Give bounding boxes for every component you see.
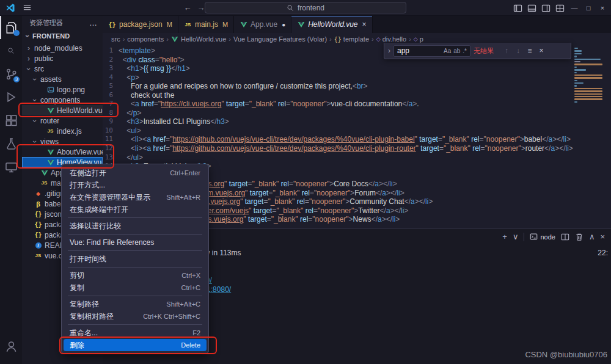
code-token: https://cli.vuejs.org	[161, 100, 221, 108]
code-line-10[interactable]: 10 <ul>	[103, 126, 611, 136]
code-line-3[interactable]: 3 <h1>{{ msg }}</h1>	[103, 64, 611, 73]
menu-item-open-timeline[interactable]: 打开时间线	[64, 253, 207, 265]
menu-item-copy[interactable]: 复制Ctrl+C	[64, 282, 207, 294]
tab-helloworld-vue[interactable]: HelloWorld.vue×	[291, 16, 372, 33]
code-line-8[interactable]: 8 </p>	[103, 109, 611, 118]
breadcrumb-src[interactable]: src	[111, 35, 120, 43]
toggle-primary-sidebar-icon[interactable]	[513, 4, 523, 13]
minimap-line	[574, 72, 577, 73]
code-token: >	[139, 153, 143, 162]
minimap[interactable]	[573, 48, 605, 103]
code-line-7[interactable]: 7 <a href="https://cli.vuejs.org" target…	[103, 100, 611, 109]
find-input[interactable]: app Aa ab .*	[393, 45, 470, 57]
tab-main-js[interactable]: JSmain.jsM	[178, 16, 234, 33]
tab-close-icon[interactable]: ×	[362, 20, 367, 29]
breadcrumb-helloworld-vue[interactable]: HelloWorld.vue	[171, 35, 226, 43]
search-icon	[287, 4, 294, 12]
vscode-window: ← → frontend — □ × 3 资源管理器 … › FRONTEND …	[0, 0, 611, 364]
terminal-dropdown-icon[interactable]: ∨	[513, 232, 519, 241]
kill-terminal-icon[interactable]	[575, 233, 584, 241]
customize-layout-icon[interactable]	[555, 4, 565, 13]
tab-package-json[interactable]: {}package.jsonM	[103, 16, 178, 33]
code-line-12[interactable]: 12 <li><a href="https://github.com/vuejs…	[103, 144, 611, 153]
tree-item-assets[interactable]: ›assets	[22, 74, 103, 84]
section-frontend[interactable]: › FRONTEND	[22, 29, 103, 43]
code-line-11[interactable]: 11 <li><a href="https://github.com/vuejs…	[103, 135, 611, 144]
menu-item-vue-find-file-references[interactable]: Vue: Find File References	[64, 236, 207, 249]
line-number: 10	[103, 126, 119, 136]
breadcrumb-components[interactable]: components	[127, 35, 164, 43]
minimap-line	[574, 67, 577, 68]
new-terminal-icon[interactable]: +	[502, 232, 507, 241]
code-line-9[interactable]: 9 <h3>Installed CLI Plugins</h3>	[103, 117, 611, 126]
tree-item-router[interactable]: ›router	[22, 115, 103, 126]
find-in-selection-icon[interactable]: ≡	[525, 46, 534, 55]
command-center-search[interactable]: frontend	[205, 2, 406, 13]
tree-item-label: HelloWorld.vue	[57, 106, 103, 115]
menu-item-copy-relative-path[interactable]: 复制相对路径Ctrl+K Ctrl+Shift+C	[64, 310, 207, 322]
menu-item-copy-path[interactable]: 复制路径Shift+Alt+C	[64, 298, 207, 310]
code-line-5[interactable]: 5 For a guide and recipes on how to conf…	[103, 82, 611, 91]
whole-word-icon[interactable]: ab	[453, 48, 460, 54]
menu-item-select-for-compare[interactable]: 选择以进行比较	[64, 220, 207, 232]
breadcrumb-vue-language-features-volar[interactable]: Vue Language Features (Volar)	[233, 35, 327, 43]
activity-remote[interactable]	[0, 155, 22, 178]
breadcrumb-div-hello[interactable]: ◇div.hello	[376, 35, 406, 43]
tree-item-index-js[interactable]: JSindex.js	[22, 126, 103, 136]
tree-item-public[interactable]: ›public	[22, 53, 103, 64]
activity-run-debug[interactable]	[0, 86, 22, 109]
menu-item-open-in-integrated-terminal[interactable]: 在集成终端中打开	[64, 203, 207, 216]
tree-item-views[interactable]: ›views	[22, 136, 103, 147]
menu-item-open-with[interactable]: 打开方式...	[64, 179, 207, 191]
terminal-tab-node[interactable]: node	[530, 233, 555, 241]
breadcrumb-template[interactable]: {}template	[334, 35, 369, 43]
breadcrumb-p[interactable]: ◇p	[414, 35, 423, 43]
activity-account[interactable]	[0, 335, 22, 358]
tree-item-src[interactable]: ›src	[22, 64, 103, 74]
tree-item-logo-png[interactable]: logo.png	[22, 84, 103, 95]
code-token: <	[123, 56, 127, 64]
close-panel-icon[interactable]: ×	[600, 232, 605, 241]
tree-item-components[interactable]: ›components	[22, 95, 103, 105]
regex-icon[interactable]: .*	[463, 48, 467, 54]
toggle-secondary-sidebar-icon[interactable]	[541, 4, 551, 13]
maximize-panel-icon[interactable]: ∧	[589, 232, 595, 241]
menu-item-delete[interactable]: 删除Delete	[64, 339, 207, 351]
find-close-icon[interactable]: ×	[537, 46, 546, 55]
code-line-6[interactable]: 6 check out the	[103, 91, 611, 100]
more-actions-icon[interactable]: …	[89, 18, 97, 27]
code-token: ul	[131, 126, 136, 135]
menu-item-rename[interactable]: 重命名...F2	[64, 327, 207, 339]
tree-item-helloworld-vue[interactable]: HelloWorld.vue	[22, 105, 103, 115]
activity-testing[interactable]	[0, 132, 22, 155]
minimize-button[interactable]: —	[569, 4, 579, 12]
menu-item-label: 在集成终端中打开	[70, 205, 128, 215]
menu-item-open-to-side[interactable]: 在侧边打开Ctrl+Enter	[64, 167, 207, 179]
toggle-panel-icon[interactable]	[527, 4, 537, 13]
find-collapse-icon[interactable]: ›	[388, 46, 390, 55]
code-token: >	[395, 215, 400, 224]
code-token: rel	[302, 189, 310, 197]
tree-item-aboutview-vue[interactable]: AboutView.vue	[22, 147, 103, 157]
menu-item-label: 删除	[70, 340, 84, 351]
close-button[interactable]: ×	[598, 4, 607, 12]
menu-item-cut[interactable]: 剪切Ctrl+X	[64, 269, 207, 282]
activity-source-control[interactable]: 3	[0, 62, 22, 86]
menu-item-reveal-in-file-explorer[interactable]: 在文件资源管理器中显示Shift+Alt+R	[64, 191, 207, 203]
braces-icon: {}	[334, 36, 342, 43]
maximize-button[interactable]: □	[584, 4, 593, 12]
code-line-13[interactable]: 13 </ul>	[103, 153, 611, 162]
menu-icon[interactable]	[23, 3, 32, 12]
tab-app-vue[interactable]: App.vue●	[234, 16, 291, 33]
nav-back-button[interactable]: ←	[182, 3, 193, 12]
find-next-icon[interactable]: ↓	[514, 46, 522, 55]
activity-extensions[interactable]	[0, 109, 22, 132]
split-terminal-icon[interactable]	[561, 233, 569, 241]
activity-search[interactable]	[0, 39, 22, 62]
match-case-icon[interactable]: Aa	[444, 48, 451, 54]
code-line-4[interactable]: 4 <p>	[103, 73, 611, 82]
find-previous-icon[interactable]: ↑	[502, 46, 511, 55]
code-token: Core Docs	[334, 180, 368, 188]
activity-explorer[interactable]	[0, 16, 22, 39]
tree-item-node-modules[interactable]: ›node_modules	[22, 43, 103, 53]
